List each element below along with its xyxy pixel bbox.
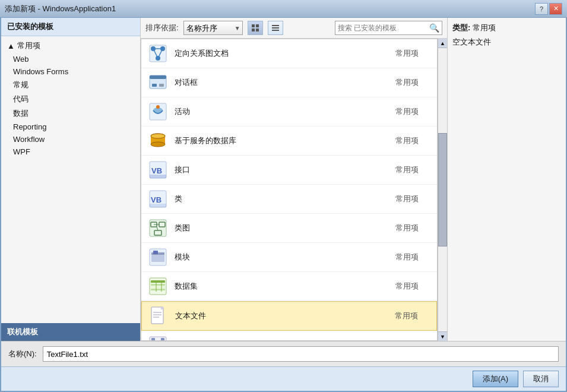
list-item[interactable]: 数据集 常用项 xyxy=(141,272,437,301)
item-icon-dataset xyxy=(147,276,169,297)
window-title: 添加新项 - WindowsApplication1 xyxy=(5,4,116,14)
item-icon-module xyxy=(147,246,169,268)
item-category: 常用项 xyxy=(395,77,431,88)
tree-item-wpf-label: WPF xyxy=(13,147,30,156)
tree-item-code-label: 代码 xyxy=(13,94,28,105)
tree-area[interactable]: ▲ 常用项 Web Windows Forms 常规 代码 数据 xyxy=(1,36,140,323)
view-list-button[interactable] xyxy=(268,21,283,35)
tree-item-reporting[interactable]: Reporting xyxy=(1,121,140,133)
name-input[interactable] xyxy=(43,346,559,362)
item-category: 常用项 xyxy=(395,135,431,146)
list-item[interactable]: 序列图 常用项 xyxy=(141,331,437,341)
list-item[interactable]: 基于服务的数据库 常用项 xyxy=(141,127,437,156)
list-item[interactable]: 对话框 常用项 xyxy=(141,68,437,97)
item-category: 常用项 xyxy=(395,48,431,59)
online-templates-label: 联机模板 xyxy=(7,327,38,336)
bottom-area: 名称(N): xyxy=(1,341,566,366)
list-item-selected[interactable]: 文本文件 常用项 xyxy=(141,301,437,331)
list-item[interactable]: 类图 常用项 xyxy=(141,214,437,243)
svg-rect-2 xyxy=(252,29,255,31)
svg-rect-42 xyxy=(151,280,165,283)
tree-item-code[interactable]: 代码 xyxy=(1,92,140,106)
item-icon-database xyxy=(147,130,169,151)
scroll-thumb[interactable] xyxy=(438,133,447,246)
svg-rect-30 xyxy=(150,204,166,207)
svg-rect-16 xyxy=(152,84,157,87)
item-name: 接口 xyxy=(175,165,389,175)
item-icon-interface: VB xyxy=(147,159,169,181)
cancel-button[interactable]: 取消 xyxy=(523,371,559,387)
online-templates[interactable]: 联机模板 xyxy=(1,323,140,341)
svg-text:VB: VB xyxy=(151,195,161,204)
item-category: 常用项 xyxy=(395,223,431,233)
svg-rect-4 xyxy=(272,25,279,26)
tree-item-label: 常用项 xyxy=(17,40,40,51)
left-panel: 已安装的模板 ▲ 常用项 Web Windows Forms 常规 代码 xyxy=(1,18,141,341)
tree-item-data[interactable]: 数据 xyxy=(1,106,140,121)
list-item[interactable]: 模块 常用项 xyxy=(141,243,437,272)
sort-select-wrapper[interactable]: 名称升序 名称降序 类型升序 类型降序 ▼ xyxy=(183,21,243,35)
svg-point-23 xyxy=(151,142,165,147)
item-name: 模块 xyxy=(175,252,389,263)
search-icon: 🔍 xyxy=(429,23,439,33)
tree-item-reporting-label: Reporting xyxy=(13,122,46,131)
item-name: 对话框 xyxy=(175,77,389,88)
tree-item-wpf[interactable]: WPF xyxy=(1,146,140,158)
list-item[interactable]: 活动 常用项 xyxy=(141,97,437,127)
tree-item-web-label: Web xyxy=(13,55,29,64)
item-name: 活动 xyxy=(175,106,389,117)
item-name: 文本文件 xyxy=(175,311,389,321)
item-category: 常用项 xyxy=(395,106,431,117)
item-name: 数据集 xyxy=(175,281,389,292)
title-bar-buttons: ? ✕ xyxy=(535,3,562,15)
tree-item-winforms[interactable]: Windows Forms xyxy=(1,65,140,78)
list-item[interactable]: VB 接口 常用项 xyxy=(141,156,437,185)
svg-rect-6 xyxy=(272,30,279,31)
sort-label: 排序依据: xyxy=(145,23,179,33)
svg-rect-48 xyxy=(151,307,163,324)
svg-rect-44 xyxy=(151,286,165,288)
item-icon-class: VB xyxy=(147,188,169,210)
search-input[interactable] xyxy=(338,24,427,32)
help-button[interactable]: ? xyxy=(535,3,548,15)
svg-rect-45 xyxy=(151,289,165,290)
search-area: 🔍 xyxy=(335,21,442,35)
item-icon-activity xyxy=(147,101,169,122)
svg-rect-40 xyxy=(151,252,164,255)
list-item[interactable]: 定向关系图文档 常用项 xyxy=(141,39,437,68)
svg-rect-50 xyxy=(161,307,163,309)
scroll-up-button[interactable]: ▲ xyxy=(438,39,447,48)
svg-rect-17 xyxy=(159,84,164,87)
type-row: 类型: 常用项 xyxy=(452,23,561,33)
item-category: 常用项 xyxy=(395,165,431,175)
type-label: 类型: xyxy=(452,23,473,32)
list-item[interactable]: VB 类 常用项 xyxy=(141,185,437,214)
close-button[interactable]: ✕ xyxy=(549,3,562,15)
grid-view-icon xyxy=(251,24,259,32)
sort-select[interactable]: 名称升序 名称降序 类型升序 类型降序 xyxy=(183,21,243,35)
right-panel: 类型: 常用项 空文本文件 xyxy=(447,18,566,341)
search-box[interactable]: 🔍 xyxy=(335,21,442,35)
footer-bar: 添加(A) 取消 xyxy=(1,366,566,391)
item-icon-sequence xyxy=(147,334,169,341)
scrollbar[interactable]: ▲ ▼ xyxy=(438,39,447,341)
item-icon-textfile xyxy=(148,305,169,327)
tree-item-web[interactable]: Web xyxy=(1,53,140,65)
item-category: 常用项 xyxy=(395,194,431,204)
items-grid[interactable]: 定向关系图文档 常用项 对话框 xyxy=(141,39,438,341)
item-category: 常用项 xyxy=(395,281,431,292)
tree-item-normal[interactable]: 常规 xyxy=(1,78,140,92)
svg-rect-5 xyxy=(272,27,279,29)
add-button[interactable]: 添加(A) xyxy=(473,371,518,387)
scroll-down-button[interactable]: ▼ xyxy=(438,331,447,341)
svg-text:VB: VB xyxy=(151,166,162,175)
svg-point-24 xyxy=(151,134,165,138)
description-value: 空文本文件 xyxy=(452,37,561,48)
type-value: 常用项 xyxy=(473,23,496,32)
item-category: 常用项 xyxy=(395,252,431,263)
name-label: 名称(N): xyxy=(8,349,37,359)
tree-item-common[interactable]: ▲ 常用项 xyxy=(1,39,140,53)
tree-item-workflow[interactable]: Workflow xyxy=(1,133,140,146)
svg-rect-0 xyxy=(252,24,255,27)
view-large-button[interactable] xyxy=(248,21,263,35)
